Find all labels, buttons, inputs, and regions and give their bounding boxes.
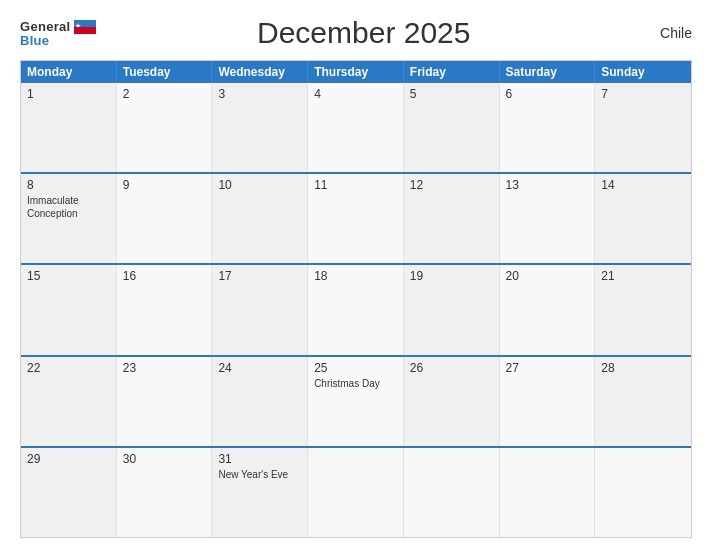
logo: General Blue	[20, 20, 96, 47]
day-empty-2	[404, 448, 500, 537]
day-24: 24	[212, 357, 308, 446]
logo-general-text: General	[20, 20, 71, 33]
calendar-body: 1 2 3 4 5 6 7 8 Immaculate Conception 9 …	[21, 83, 691, 537]
day-30: 30	[117, 448, 213, 537]
day-4: 4	[308, 83, 404, 172]
day-25: 25 Christmas Day	[308, 357, 404, 446]
day-13: 13	[500, 174, 596, 263]
header-monday: Monday	[21, 61, 117, 83]
day-14: 14	[595, 174, 691, 263]
day-15: 15	[21, 265, 117, 354]
week-4: 22 23 24 25 Christmas Day 26 27 28	[21, 355, 691, 446]
header-wednesday: Wednesday	[212, 61, 308, 83]
day-9: 9	[117, 174, 213, 263]
header: General Blue December 2025 Chile	[20, 16, 692, 50]
calendar-header: Monday Tuesday Wednesday Thursday Friday…	[21, 61, 691, 83]
week-3: 15 16 17 18 19 20 21	[21, 263, 691, 354]
day-empty-1	[308, 448, 404, 537]
day-21: 21	[595, 265, 691, 354]
page: General Blue December 2025 Chile Monday …	[0, 0, 712, 550]
day-26: 26	[404, 357, 500, 446]
day-6: 6	[500, 83, 596, 172]
day-22: 22	[21, 357, 117, 446]
day-2: 2	[117, 83, 213, 172]
day-23: 23	[117, 357, 213, 446]
svg-rect-1	[74, 27, 96, 34]
header-tuesday: Tuesday	[117, 61, 213, 83]
day-5: 5	[404, 83, 500, 172]
day-18: 18	[308, 265, 404, 354]
day-19: 19	[404, 265, 500, 354]
week-5: 29 30 31 New Year's Eve	[21, 446, 691, 537]
day-8: 8 Immaculate Conception	[21, 174, 117, 263]
day-20: 20	[500, 265, 596, 354]
day-29: 29	[21, 448, 117, 537]
header-sunday: Sunday	[595, 61, 691, 83]
calendar-title: December 2025	[96, 16, 632, 50]
day-27: 27	[500, 357, 596, 446]
logo-flag-icon	[74, 20, 96, 34]
logo-blue-text: Blue	[20, 34, 49, 47]
day-empty-4	[595, 448, 691, 537]
country-label: Chile	[632, 25, 692, 41]
day-31: 31 New Year's Eve	[212, 448, 308, 537]
day-3: 3	[212, 83, 308, 172]
day-empty-3	[500, 448, 596, 537]
day-16: 16	[117, 265, 213, 354]
header-thursday: Thursday	[308, 61, 404, 83]
week-2: 8 Immaculate Conception 9 10 11 12 13 14	[21, 172, 691, 263]
day-17: 17	[212, 265, 308, 354]
day-11: 11	[308, 174, 404, 263]
day-12: 12	[404, 174, 500, 263]
calendar: Monday Tuesday Wednesday Thursday Friday…	[20, 60, 692, 538]
day-7: 7	[595, 83, 691, 172]
day-10: 10	[212, 174, 308, 263]
header-saturday: Saturday	[500, 61, 596, 83]
day-28: 28	[595, 357, 691, 446]
day-1: 1	[21, 83, 117, 172]
header-friday: Friday	[404, 61, 500, 83]
week-1: 1 2 3 4 5 6 7	[21, 83, 691, 172]
